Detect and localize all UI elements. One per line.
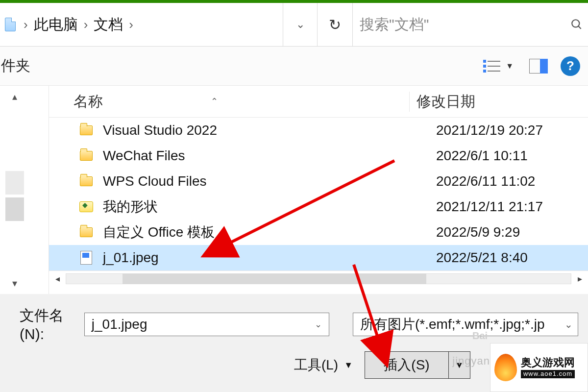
breadcrumb[interactable]: › 此电脑 › 文档 › xyxy=(0,3,283,46)
search-input[interactable]: 搜索"文档" xyxy=(353,3,588,46)
chevron-down-icon[interactable]: ⌄ xyxy=(315,319,322,330)
scroll-right-icon[interactable]: ▸ xyxy=(571,273,588,284)
watermark-url: www.aoe1.com xyxy=(521,370,575,378)
search-icon xyxy=(570,18,583,31)
filename-label: 文件名(N): xyxy=(20,306,77,343)
chevron-down-icon: ▼ xyxy=(506,62,514,71)
chevron-right-icon[interactable]: › xyxy=(20,17,32,32)
document-icon xyxy=(5,18,16,31)
file-row[interactable]: Visual Studio 20222021/12/19 20:27 xyxy=(49,118,588,143)
file-rows: Visual Studio 20222021/12/19 20:27WeChat… xyxy=(49,118,588,270)
column-header-date-label: 修改日期 xyxy=(416,93,475,109)
preview-pane-icon xyxy=(529,59,548,74)
file-pane: 名称 ⌃ 修改日期 Visual Studio 20222021/12/19 2… xyxy=(49,86,588,294)
file-name: j_01.jpeg xyxy=(103,250,436,266)
chevron-right-icon[interactable]: › xyxy=(125,17,137,32)
file-name: WeChat Files xyxy=(103,148,436,164)
column-header-date[interactable]: 修改日期 xyxy=(409,92,588,112)
file-name: 我的形状 xyxy=(103,197,436,216)
svg-point-0 xyxy=(572,20,579,27)
file-name: WPS Cloud Files xyxy=(103,173,436,189)
address-history-dropdown[interactable]: ⌄ xyxy=(283,3,318,46)
tools-dropdown[interactable]: 工具(L) ▼ xyxy=(289,353,358,377)
horizontal-scrollbar[interactable]: ◂ ▸ xyxy=(49,270,588,286)
new-folder-label[interactable]: 件夹 xyxy=(1,56,30,76)
svg-rect-2 xyxy=(483,60,486,63)
breadcrumb-loc-documents[interactable]: 文档 xyxy=(94,15,123,35)
column-header-name-label: 名称 xyxy=(74,92,103,112)
nav-tree-item[interactable] xyxy=(5,171,24,195)
file-row[interactable]: 自定义 Office 模板2022/5/9 9:29 xyxy=(49,220,588,245)
tools-label: 工具(L) xyxy=(294,356,338,374)
file-type-filter[interactable]: 所有图片(*.emf;*.wmf;*.jpg;*.jp ⌄ xyxy=(353,313,578,336)
chevron-down-icon: ▼ xyxy=(344,360,353,370)
svg-rect-7 xyxy=(488,71,500,72)
svg-rect-4 xyxy=(483,65,486,68)
watermark-logo: 奥义游戏网 www.aoe1.com xyxy=(490,343,588,392)
shapes-folder-icon xyxy=(78,199,94,215)
file-list-area: ▴ ▾ 名称 ⌃ 修改日期 Visual Studio 20222021/12/… xyxy=(0,86,588,294)
svg-rect-5 xyxy=(488,66,500,67)
toolbar: 件夹 ▼ ? xyxy=(0,47,588,86)
column-header-name[interactable]: 名称 ⌃ xyxy=(49,92,409,112)
chevron-up-icon[interactable]: ▴ xyxy=(12,91,17,102)
chevron-down-icon[interactable]: ⌄ xyxy=(564,318,573,330)
scroll-left-icon[interactable]: ◂ xyxy=(49,273,66,284)
file-type-value: 所有图片(*.emf;*.wmf;*.jpg;*.jp xyxy=(360,315,545,334)
insert-button-label: 插入(S) xyxy=(384,356,429,374)
flame-icon xyxy=(494,354,517,381)
folder-icon xyxy=(78,148,94,164)
column-headers: 名称 ⌃ 修改日期 xyxy=(49,86,588,118)
file-name: Visual Studio 2022 xyxy=(103,122,436,138)
search-placeholder: 搜索"文档" xyxy=(360,15,429,35)
watermark-brand: 奥义游戏网 xyxy=(521,357,575,368)
folder-icon xyxy=(78,122,94,138)
address-bar-row: › 此电脑 › 文档 › ⌄ ↻ 搜索"文档" xyxy=(0,3,588,47)
refresh-button[interactable]: ↻ xyxy=(318,3,353,46)
list-view-icon xyxy=(483,59,502,74)
file-row[interactable]: j_01.jpeg2022/5/21 8:40 xyxy=(49,245,588,270)
file-row[interactable]: 我的形状2021/12/11 21:17 xyxy=(49,194,588,220)
filename-value: j_01.jpeg xyxy=(92,317,147,332)
watermark-brand-fragment: Bai xyxy=(472,330,499,341)
scrollbar-thumb[interactable] xyxy=(122,273,426,284)
breadcrumb-loc-this-pc[interactable]: 此电脑 xyxy=(34,15,78,35)
svg-rect-3 xyxy=(488,61,500,62)
image-file-icon xyxy=(78,250,94,266)
file-row[interactable]: WeChat Files2022/6/1 10:11 xyxy=(49,143,588,169)
file-date: 2022/5/21 8:40 xyxy=(436,250,528,266)
file-date: 2022/6/11 11:02 xyxy=(436,173,535,189)
watermark-faint-text: jingyan xyxy=(452,355,490,368)
chevron-down-icon[interactable]: ▾ xyxy=(12,277,17,289)
file-row[interactable]: WPS Cloud Files2022/6/11 11:02 xyxy=(49,169,588,194)
file-date: 2022/6/1 10:11 xyxy=(436,148,528,164)
folder-icon xyxy=(78,173,94,189)
view-mode-preview-button[interactable] xyxy=(524,57,553,75)
sidebar-gutter xyxy=(29,86,49,294)
chevron-right-icon[interactable]: › xyxy=(80,17,92,32)
svg-line-1 xyxy=(578,26,581,28)
folder-icon xyxy=(78,224,94,240)
svg-rect-9 xyxy=(540,59,548,74)
help-button[interactable]: ? xyxy=(561,56,580,76)
file-date: 2022/5/9 9:29 xyxy=(436,224,520,240)
filename-input[interactable]: j_01.jpeg ⌄ xyxy=(84,313,329,336)
file-date: 2021/12/19 20:27 xyxy=(436,122,543,138)
nav-tree-item[interactable] xyxy=(5,197,24,221)
view-mode-list-button[interactable]: ▼ xyxy=(478,57,518,75)
svg-rect-6 xyxy=(483,70,486,73)
file-name: 自定义 Office 模板 xyxy=(103,223,436,242)
insert-button[interactable]: 插入(S) xyxy=(365,352,448,378)
file-date: 2021/12/11 21:17 xyxy=(436,199,543,215)
nav-scroll-strip[interactable]: ▴ ▾ xyxy=(0,86,29,294)
sort-indicator-icon: ⌃ xyxy=(211,96,218,107)
